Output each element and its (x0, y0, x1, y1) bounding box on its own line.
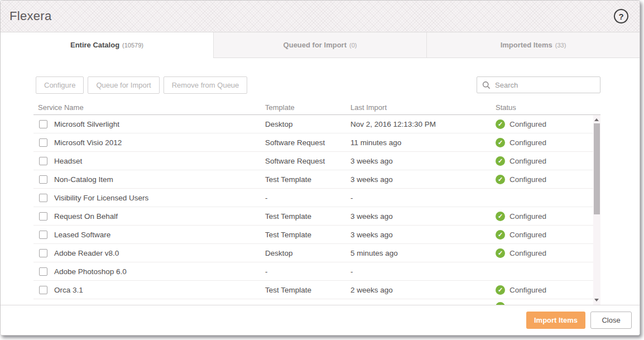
service-name-label: Visibility For Licensed Users (54, 194, 148, 202)
tab-queued-for-import[interactable]: Queued for Import (0) (213, 32, 426, 58)
service-name-cell: Headset (33, 157, 265, 165)
row-checkbox[interactable] (39, 194, 47, 202)
table-scrollbar[interactable] (593, 115, 600, 305)
status-label: Configured (510, 175, 546, 184)
table-row[interactable]: Microsoft Silverlight Desktop Nov 2, 201… (33, 115, 600, 133)
configured-status-icon: ✓ (496, 230, 505, 240)
configured-status-icon: ✓ (496, 285, 505, 295)
status-label: Configured (510, 138, 546, 147)
service-name-cell: Leased Software (33, 231, 265, 239)
table-header: Service Name Template Last Import Status (33, 100, 600, 115)
service-name-label: Microsoft Visio 2012 (54, 138, 122, 147)
table-row[interactable]: Leased Software Test Template 3 weeks ag… (33, 226, 600, 244)
app-title: Flexera (9, 9, 51, 23)
table-row[interactable]: Request On Behalf Test Template 3 weeks … (33, 207, 600, 226)
row-checkbox[interactable] (39, 138, 47, 147)
table-row[interactable]: Visibility For Licensed Users - - (33, 189, 600, 207)
last-import-cell: - (350, 267, 496, 276)
template-cell: Desktop (265, 249, 350, 257)
status-cell: ✓ (496, 299, 600, 305)
service-name-label: Orca 3.1 (54, 286, 83, 294)
status-cell: ✓ Configured (496, 248, 600, 258)
search-icon (482, 81, 491, 89)
service-name-cell: Adobe Photoshop 6.0 (33, 267, 265, 276)
template-cell: - (265, 267, 350, 276)
template-cell: Test Template (265, 175, 350, 184)
table-row[interactable]: ✓ (33, 299, 600, 305)
row-checkbox[interactable] (39, 267, 47, 276)
scroll-down-icon[interactable] (594, 299, 599, 301)
search-input[interactable] (495, 81, 595, 89)
last-import-cell: 3 weeks ago (350, 157, 496, 165)
column-last-import[interactable]: Last Import (350, 103, 496, 112)
template-cell: - (265, 194, 350, 202)
tab-imported-items[interactable]: Imported Items (33) (426, 32, 640, 58)
remove-from-queue-button[interactable]: Remove from Queue (164, 76, 248, 94)
help-icon[interactable]: ? (614, 9, 628, 23)
template-cell: Test Template (265, 286, 350, 294)
table-row[interactable]: Orca 3.1 Test Template 2 weeks ago ✓ Con… (33, 281, 600, 299)
scroll-up-icon[interactable] (594, 118, 599, 121)
table-row[interactable]: Microsoft Visio 2012 Software Request 11… (33, 133, 600, 152)
scrollbar-thumb[interactable] (594, 123, 600, 214)
row-checkbox[interactable] (39, 157, 47, 165)
row-checkbox[interactable] (39, 249, 47, 257)
table-row[interactable]: Non-Catalog Item Test Template 3 weeks a… (33, 170, 600, 189)
service-name-cell: Orca 3.1 (33, 286, 265, 294)
service-name-label: Adobe Photoshop 6.0 (54, 267, 127, 276)
configured-status-icon: ✓ (496, 138, 505, 147)
search-box[interactable] (477, 76, 600, 93)
queue-for-import-button[interactable]: Queue for Import (88, 76, 159, 94)
configured-status-icon: ✓ (496, 119, 505, 129)
title-bar: Flexera ? (1, 1, 640, 32)
last-import-cell: - (350, 194, 496, 202)
template-cell: Desktop (265, 120, 350, 128)
status-label: Configured (510, 157, 546, 165)
status-label: Configured (510, 120, 546, 128)
tab-label: Entire Catalog (70, 41, 119, 49)
status-label: Configured (510, 286, 546, 294)
column-status[interactable]: Status (496, 103, 600, 112)
import-items-button[interactable]: Import Items (526, 312, 585, 329)
service-name-label: Non-Catalog Item (54, 175, 113, 184)
service-name-cell: Microsoft Silverlight (33, 120, 265, 128)
column-service-name[interactable]: Service Name (33, 103, 265, 112)
service-name-label: Adobe Reader v8.0 (54, 249, 119, 257)
configured-status-icon: ✓ (496, 248, 505, 258)
configure-button[interactable]: Configure (36, 76, 84, 94)
row-checkbox[interactable] (39, 212, 47, 221)
close-button[interactable]: Close (590, 312, 632, 329)
table-row[interactable]: Headset Software Request 3 weeks ago ✓ C… (33, 152, 600, 170)
table-row[interactable]: Adobe Photoshop 6.0 - - (33, 262, 600, 281)
tab-entire-catalog[interactable]: Entire Catalog (10579) (1, 32, 213, 58)
toolbar-buttons: ConfigureQueue for ImportRemove from Que… (36, 76, 251, 94)
last-import-cell: 3 weeks ago (350, 175, 496, 184)
service-name-label: Headset (54, 157, 82, 165)
service-name-cell: Microsoft Visio 2012 (33, 138, 265, 147)
tab-label: Queued for Import (283, 41, 347, 49)
column-template[interactable]: Template (265, 103, 350, 112)
configured-status-icon: ✓ (496, 156, 505, 166)
row-checkbox[interactable] (39, 120, 47, 128)
status-cell: ✓ Configured (496, 138, 600, 147)
service-name-cell: Non-Catalog Item (33, 175, 265, 184)
configured-status-icon: ✓ (496, 212, 505, 221)
service-name-cell: Adobe Reader v8.0 (33, 249, 265, 257)
configured-status-icon: ✓ (496, 175, 505, 184)
last-import-cell: 5 minutes ago (350, 249, 496, 257)
status-cell: ✓ Configured (496, 230, 600, 240)
template-cell: Software Request (265, 157, 350, 165)
row-checkbox[interactable] (39, 231, 47, 239)
template-cell: Test Template (265, 212, 350, 221)
dialog-footer: Import Items Close (1, 305, 640, 335)
tab-count: (33) (555, 42, 566, 49)
table-row[interactable]: Adobe Reader v8.0 Desktop 5 minutes ago … (33, 244, 600, 262)
row-checkbox[interactable] (39, 286, 47, 294)
service-name-cell (33, 299, 265, 305)
row-checkbox[interactable] (39, 175, 47, 184)
import-catalog-dialog: Flexera ? Entire Catalog (10579) Queued … (0, 0, 640, 336)
tab-bar: Entire Catalog (10579) Queued for Import… (1, 32, 640, 58)
tab-count: (10579) (122, 42, 143, 49)
tab-label: Imported Items (501, 41, 552, 49)
status-label: Configured (510, 212, 546, 221)
